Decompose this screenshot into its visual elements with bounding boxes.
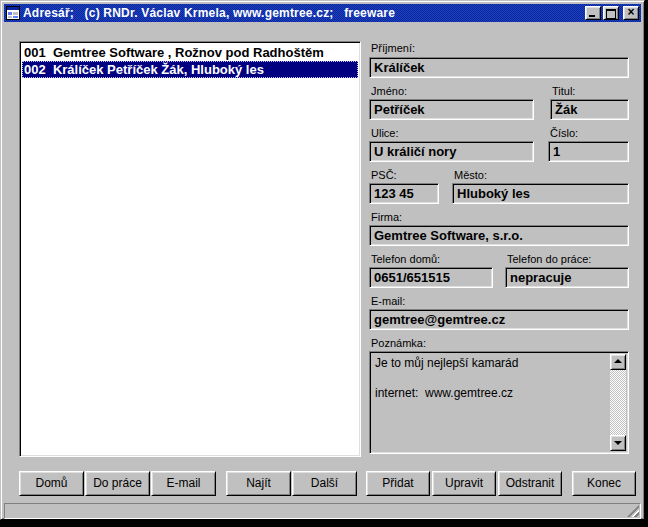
title-field[interactable]: Žák	[550, 99, 629, 120]
window-title: Adresář; (c) RNDr. Václav Krmela, www.ge…	[23, 6, 585, 20]
status-bar	[4, 503, 641, 519]
contact-listbox[interactable]: 001 Gemtree Software , Rožnov pod Radhoš…	[19, 41, 361, 457]
email-button[interactable]: E-mail	[151, 471, 216, 496]
app-icon	[6, 6, 20, 20]
address-book-window: Adresář; (c) RNDr. Václav Krmela, www.ge…	[0, 0, 645, 520]
number-label: Číslo:	[550, 127, 578, 139]
resize-grip-icon[interactable]	[627, 505, 639, 517]
arrow-up-icon	[614, 359, 622, 363]
street-label: Ulice:	[371, 127, 399, 139]
zip-field[interactable]: 123 45	[369, 183, 439, 204]
list-item[interactable]: 001 Gemtree Software , Rožnov pod Radhoš…	[22, 44, 358, 61]
close-icon: ×	[624, 5, 638, 19]
surname-field[interactable]: Králíček	[369, 57, 629, 78]
city-label: Město:	[454, 169, 487, 181]
note-memo[interactable]: Je to můj nejlepší kamarád internet: www…	[369, 351, 629, 454]
phone-work-label: Telefon do práce:	[507, 253, 591, 265]
edit-button[interactable]: Upravit	[432, 471, 496, 496]
note-text[interactable]: Je to můj nejlepší kamarád internet: www…	[372, 354, 610, 451]
surname-label: Příjmení:	[371, 42, 415, 54]
title-label: Titul:	[552, 85, 575, 97]
work-button[interactable]: Do práce	[85, 471, 150, 496]
phone-home-field[interactable]: 0651/651515	[369, 267, 493, 288]
next-button[interactable]: Další	[292, 471, 357, 496]
city-field[interactable]: Hluboký les	[452, 183, 629, 204]
number-field[interactable]: 1	[548, 141, 629, 162]
company-field[interactable]: Gemtree Software, s.r.o.	[369, 225, 629, 246]
phone-work-field[interactable]: nepracuje	[505, 267, 629, 288]
company-label: Firma:	[371, 211, 402, 223]
list-item-selected[interactable]: 002 Králíček Petříček Žák, Hluboký les	[22, 61, 358, 78]
arrow-down-icon	[614, 441, 622, 445]
zip-label: PSČ:	[371, 169, 397, 181]
maximize-icon	[606, 9, 616, 19]
note-label: Poznámka:	[371, 337, 426, 349]
quit-button[interactable]: Konec	[572, 471, 636, 496]
minimize-button[interactable]	[585, 6, 601, 20]
street-field[interactable]: U králičí nory	[369, 141, 534, 162]
phone-home-label: Telefon domů:	[371, 253, 440, 265]
home-button[interactable]: Domů	[19, 471, 84, 496]
note-scrollbar[interactable]	[610, 354, 626, 451]
maximize-button[interactable]	[603, 6, 619, 20]
delete-button[interactable]: Odstranit	[498, 471, 562, 496]
scroll-up-button[interactable]	[610, 354, 626, 370]
title-bar[interactable]: Adresář; (c) RNDr. Václav Krmela, www.ge…	[4, 4, 641, 22]
add-button[interactable]: Přidat	[366, 471, 430, 496]
close-button[interactable]: ×	[623, 6, 639, 20]
firstname-label: Jméno:	[371, 85, 407, 97]
minimize-icon	[589, 15, 595, 17]
scroll-down-button[interactable]	[610, 435, 626, 451]
email-label: E-mail:	[371, 295, 405, 307]
email-field[interactable]: gemtree@gemtree.cz	[369, 309, 629, 330]
find-button[interactable]: Najít	[226, 471, 291, 496]
firstname-field[interactable]: Petříček	[369, 99, 534, 120]
